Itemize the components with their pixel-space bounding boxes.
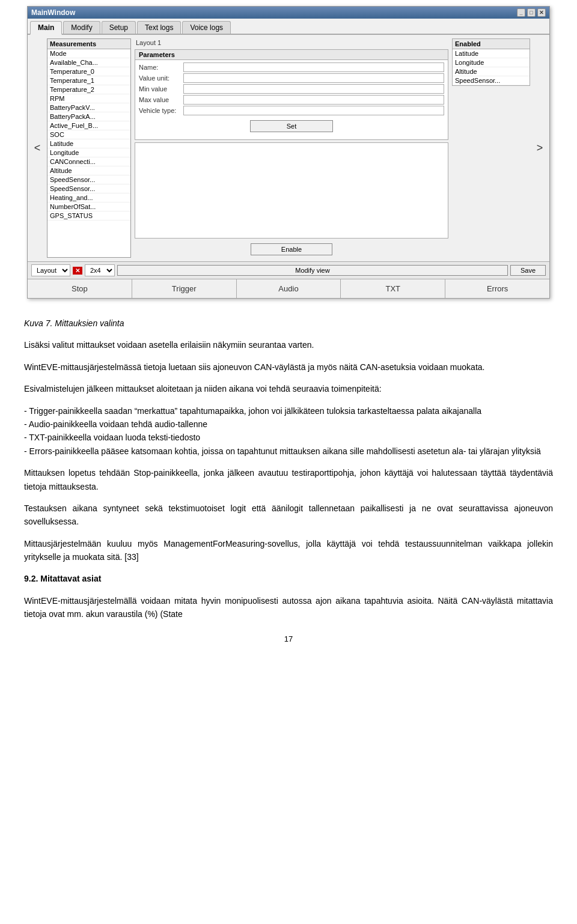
right-panel: Enabled Latitude Longitude Altitude Spee… [452, 38, 530, 258]
enabled-panel: Enabled Latitude Longitude Altitude Spee… [452, 38, 530, 86]
meas-item-2[interactable]: Temperature_0 [47, 67, 130, 76]
enabled-item-1[interactable]: Longitude [453, 58, 530, 67]
measurements-list: Mode Available_Cha... Temperature_0 Temp… [47, 49, 130, 257]
doc-paragraph-4: Mittauksen lopetus tehdään Stop-painikke… [24, 466, 553, 493]
stop-button[interactable]: Stop [28, 279, 132, 298]
tab-modify[interactable]: Modify [63, 21, 100, 34]
meas-item-8[interactable]: Active_Fuel_B... [47, 121, 130, 130]
meas-item-5[interactable]: RPM [47, 94, 130, 103]
doc-paragraph-7: WintEVE-mittausjärjestelmällä voidaan mi… [24, 594, 553, 621]
enabled-list: Latitude Longitude Altitude SpeedSensor.… [453, 49, 530, 85]
measurements-panel: Measurements Mode Available_Cha... Tempe… [47, 38, 131, 258]
value-unit-label: Value unit: [139, 74, 181, 82]
audio-button[interactable]: Audio [237, 279, 341, 298]
maximize-button[interactable]: □ [527, 8, 536, 17]
vehicle-type-input[interactable] [183, 106, 444, 115]
name-input[interactable] [183, 62, 444, 72]
meas-item-0[interactable]: Mode [47, 49, 130, 58]
meas-item-4[interactable]: Temperature_2 [47, 85, 130, 94]
max-value-label: Max value [139, 96, 181, 103]
right-nav-arrow[interactable]: > [534, 142, 546, 154]
tab-voice-logs[interactable]: Voice logs [182, 21, 231, 34]
doc-paragraph-5: Testauksen aikana syntyneet sekä tekstim… [24, 502, 553, 529]
meas-item-17[interactable]: NumberOfSat... [47, 202, 130, 211]
max-value-input[interactable] [183, 95, 444, 105]
param-min-value-row: Min value [139, 84, 444, 94]
tab-setup[interactable]: Setup [102, 21, 136, 34]
document-area: Kuva 7. Mittauksien valinta Lisäksi vali… [0, 305, 577, 663]
errors-button[interactable]: Errors [445, 279, 549, 298]
parameters-body: Name: Value unit: Min value Max value [135, 60, 448, 139]
doc-bullets: - Trigger-painikkeella saadan “merkattua… [24, 404, 553, 458]
min-value-input[interactable] [183, 84, 444, 94]
meas-item-16[interactable]: Heating_and... [47, 193, 130, 202]
doc-paragraph-3: Esivalmistelujen jälkeen mittaukset aloi… [24, 382, 553, 395]
vehicle-type-label: Vehicle type: [139, 107, 181, 114]
set-btn-row: Set [139, 120, 444, 132]
enable-button[interactable]: Enable [251, 243, 332, 255]
doc-paragraph-1: Lisäksi valitut mittaukset voidaan asete… [24, 338, 553, 351]
enabled-item-2[interactable]: Altitude [453, 67, 530, 76]
main-content-area: < Measurements Mode Available_Cha... Tem… [28, 35, 549, 261]
title-bar: MainWindow _ □ ✕ [28, 7, 549, 19]
meas-item-11[interactable]: Longitude [47, 148, 130, 157]
center-area: Layout 1 Parameters Name: Value unit: Mi… [135, 38, 448, 258]
trigger-button[interactable]: Trigger [132, 279, 237, 298]
meas-item-10[interactable]: Latitude [47, 139, 130, 148]
meas-item-13[interactable]: Altitude [47, 166, 130, 175]
param-max-value-row: Max value [139, 95, 444, 105]
layout-selector[interactable]: Layout 1 [31, 264, 70, 276]
section-heading-92: 9.2. Mitattavat asiat [24, 572, 553, 585]
enabled-item-3[interactable]: SpeedSensor... [453, 76, 530, 85]
app-window: MainWindow _ □ ✕ Main Modify Setup Text … [27, 6, 550, 299]
parameters-header: Parameters [135, 50, 448, 60]
enabled-header: Enabled [453, 39, 530, 49]
enable-btn-row: Enable [135, 243, 448, 255]
doc-paragraph-6: Mittausjärjestelmään kuuluu myös Managem… [24, 537, 553, 564]
doc-paragraph-2: WintEVE-mittausjärjestelmässä tietoja lu… [24, 360, 553, 374]
grid-selector[interactable]: 2x4 [85, 264, 115, 276]
set-button[interactable]: Set [250, 120, 334, 132]
meas-item-12[interactable]: CANConnecti... [47, 157, 130, 166]
parameters-panel: Parameters Name: Value unit: Min value [135, 49, 448, 140]
bottom-controls: Layout 1 ✕ 2x4 Modify view Save [28, 261, 549, 279]
modify-view-button[interactable]: Modify view [117, 265, 508, 276]
delete-button[interactable]: ✕ [73, 267, 82, 275]
minimize-button[interactable]: _ [517, 8, 525, 17]
save-button[interactable]: Save [510, 265, 546, 276]
meas-item-3[interactable]: Temperature_1 [47, 76, 130, 85]
min-value-label: Min value [139, 85, 181, 93]
param-value-unit-row: Value unit: [139, 73, 444, 83]
function-buttons-bar: Stop Trigger Audio TXT Errors [28, 279, 549, 298]
meas-item-14[interactable]: SpeedSensor... [47, 175, 130, 184]
param-vehicle-type-row: Vehicle type: [139, 106, 444, 115]
value-unit-input[interactable] [183, 73, 444, 83]
param-name-row: Name: [139, 62, 444, 72]
layout-grid-area [135, 142, 448, 239]
page-number: 17 [24, 633, 553, 652]
left-nav-arrow[interactable]: < [31, 142, 43, 154]
measurements-header: Measurements [47, 39, 130, 49]
txt-button[interactable]: TXT [341, 279, 445, 298]
enabled-item-0[interactable]: Latitude [453, 49, 530, 58]
meas-item-9[interactable]: SOC [47, 130, 130, 139]
tab-bar: Main Modify Setup Text logs Voice logs [28, 19, 549, 35]
meas-item-7[interactable]: BatteryPackA... [47, 112, 130, 121]
tab-main[interactable]: Main [30, 21, 62, 35]
layout-label: Layout 1 [135, 38, 448, 47]
close-button[interactable]: ✕ [537, 8, 546, 17]
window-title: MainWindow [31, 8, 75, 17]
name-label: Name: [139, 64, 181, 71]
title-bar-buttons: _ □ ✕ [517, 8, 546, 17]
meas-item-1[interactable]: Available_Cha... [47, 58, 130, 67]
meas-item-6[interactable]: BatteryPackV... [47, 103, 130, 112]
meas-item-15[interactable]: SpeedSensor... [47, 184, 130, 193]
tab-text-logs[interactable]: Text logs [137, 21, 181, 34]
meas-item-18[interactable]: GPS_STATUS [47, 211, 130, 220]
figure-caption: Kuva 7. Mittauksien valinta [24, 317, 553, 330]
